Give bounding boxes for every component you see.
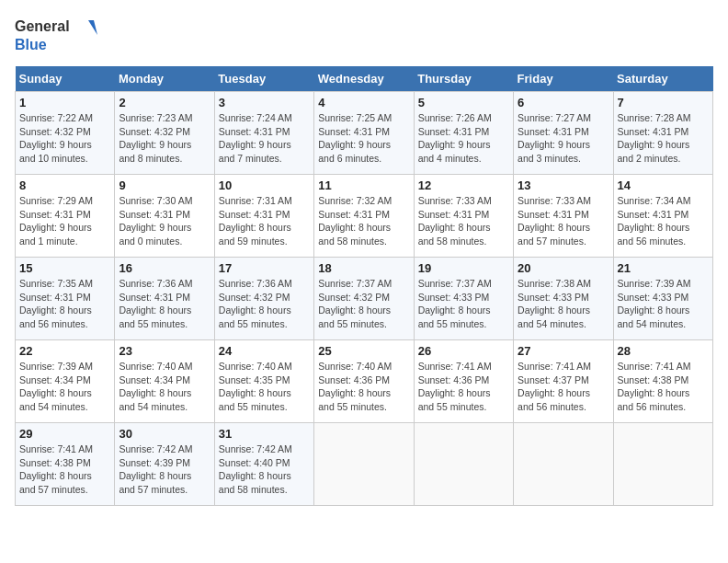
calendar-cell: 23Sunrise: 7:40 AMSunset: 4:34 PMDayligh… <box>115 340 214 423</box>
day-number: 28 <box>618 344 709 358</box>
header: General Blue <box>15 15 713 55</box>
day-number: 5 <box>418 96 509 109</box>
svg-marker-2 <box>88 20 97 35</box>
day-number: 19 <box>418 261 509 275</box>
day-number: 7 <box>618 96 709 109</box>
calendar-cell: 4Sunrise: 7:25 AMSunset: 4:31 PMDaylight… <box>314 92 414 175</box>
day-info: Sunrise: 7:24 AMSunset: 4:31 PMDaylight:… <box>219 111 310 166</box>
day-number: 11 <box>318 178 409 192</box>
day-info: Sunrise: 7:39 AMSunset: 4:33 PMDaylight:… <box>618 277 709 331</box>
calendar-cell: 1Sunrise: 7:22 AMSunset: 4:32 PMDaylight… <box>16 92 115 175</box>
day-number: 13 <box>518 178 609 192</box>
calendar-week-4: 22Sunrise: 7:39 AMSunset: 4:34 PMDayligh… <box>16 340 713 423</box>
logo: General Blue <box>15 15 97 55</box>
calendar-week-1: 1Sunrise: 7:22 AMSunset: 4:32 PMDaylight… <box>16 92 713 175</box>
calendar-cell: 31Sunrise: 7:42 AMSunset: 4:40 PMDayligh… <box>214 423 313 506</box>
calendar-cell: 19Sunrise: 7:37 AMSunset: 4:33 PMDayligh… <box>414 258 513 340</box>
day-info: Sunrise: 7:40 AMSunset: 4:35 PMDaylight:… <box>219 360 310 414</box>
calendar-header-wednesday: Wednesday <box>314 66 414 92</box>
calendar-cell: 26Sunrise: 7:41 AMSunset: 4:36 PMDayligh… <box>414 340 513 423</box>
calendar-week-5: 29Sunrise: 7:41 AMSunset: 4:38 PMDayligh… <box>16 423 713 506</box>
day-info: Sunrise: 7:36 AMSunset: 4:32 PMDaylight:… <box>219 277 310 331</box>
day-number: 8 <box>19 178 110 192</box>
svg-text:Blue: Blue <box>15 37 47 52</box>
day-number: 25 <box>318 344 409 358</box>
calendar-header-monday: Monday <box>115 66 214 92</box>
calendar-cell <box>514 423 613 506</box>
day-number: 6 <box>518 96 609 109</box>
day-number: 24 <box>219 344 310 358</box>
calendar-cell <box>314 423 414 506</box>
calendar-header-sunday: Sunday <box>16 66 115 92</box>
day-info: Sunrise: 7:36 AMSunset: 4:31 PMDaylight:… <box>119 277 210 331</box>
calendar-week-3: 15Sunrise: 7:35 AMSunset: 4:31 PMDayligh… <box>16 258 713 340</box>
day-info: Sunrise: 7:39 AMSunset: 4:34 PMDaylight:… <box>19 360 110 414</box>
calendar-cell: 29Sunrise: 7:41 AMSunset: 4:38 PMDayligh… <box>16 423 115 506</box>
day-number: 9 <box>119 178 210 192</box>
calendar-cell: 21Sunrise: 7:39 AMSunset: 4:33 PMDayligh… <box>613 258 712 340</box>
calendar-cell: 11Sunrise: 7:32 AMSunset: 4:31 PMDayligh… <box>314 175 414 258</box>
calendar-cell: 17Sunrise: 7:36 AMSunset: 4:32 PMDayligh… <box>214 258 313 340</box>
calendar-cell: 28Sunrise: 7:41 AMSunset: 4:38 PMDayligh… <box>613 340 712 423</box>
calendar-cell: 30Sunrise: 7:42 AMSunset: 4:39 PMDayligh… <box>115 423 214 506</box>
day-number: 26 <box>418 344 509 358</box>
day-info: Sunrise: 7:25 AMSunset: 4:31 PMDaylight:… <box>318 111 409 166</box>
day-info: Sunrise: 7:38 AMSunset: 4:33 PMDaylight:… <box>518 277 609 331</box>
day-info: Sunrise: 7:40 AMSunset: 4:36 PMDaylight:… <box>318 360 409 414</box>
calendar-cell: 25Sunrise: 7:40 AMSunset: 4:36 PMDayligh… <box>314 340 414 423</box>
day-info: Sunrise: 7:41 AMSunset: 4:36 PMDaylight:… <box>418 360 509 414</box>
calendar-cell <box>414 423 513 506</box>
day-number: 27 <box>518 344 609 358</box>
day-info: Sunrise: 7:42 AMSunset: 4:39 PMDaylight:… <box>119 442 210 497</box>
day-number: 23 <box>119 344 210 358</box>
day-number: 17 <box>219 261 310 275</box>
calendar-cell: 20Sunrise: 7:38 AMSunset: 4:33 PMDayligh… <box>514 258 613 340</box>
day-number: 3 <box>219 96 310 109</box>
calendar-cell: 7Sunrise: 7:28 AMSunset: 4:31 PMDaylight… <box>613 92 712 175</box>
day-info: Sunrise: 7:35 AMSunset: 4:31 PMDaylight:… <box>19 277 110 331</box>
day-info: Sunrise: 7:41 AMSunset: 4:38 PMDaylight:… <box>19 442 110 497</box>
day-number: 18 <box>318 261 409 275</box>
day-number: 4 <box>318 96 409 109</box>
day-info: Sunrise: 7:34 AMSunset: 4:31 PMDaylight:… <box>618 194 709 248</box>
day-number: 10 <box>219 178 310 192</box>
day-info: Sunrise: 7:23 AMSunset: 4:32 PMDaylight:… <box>119 111 210 166</box>
day-info: Sunrise: 7:22 AMSunset: 4:32 PMDaylight:… <box>19 111 110 166</box>
calendar-week-2: 8Sunrise: 7:29 AMSunset: 4:31 PMDaylight… <box>16 175 713 258</box>
day-info: Sunrise: 7:27 AMSunset: 4:31 PMDaylight:… <box>518 111 609 166</box>
day-info: Sunrise: 7:28 AMSunset: 4:31 PMDaylight:… <box>618 111 709 166</box>
day-number: 31 <box>219 427 310 441</box>
day-number: 29 <box>19 427 110 441</box>
day-number: 14 <box>618 178 709 192</box>
calendar-header-row: SundayMondayTuesdayWednesdayThursdayFrid… <box>16 66 713 92</box>
calendar-cell: 27Sunrise: 7:41 AMSunset: 4:37 PMDayligh… <box>514 340 613 423</box>
day-info: Sunrise: 7:29 AMSunset: 4:31 PMDaylight:… <box>19 194 110 248</box>
day-number: 2 <box>119 96 210 109</box>
calendar-cell: 18Sunrise: 7:37 AMSunset: 4:32 PMDayligh… <box>314 258 414 340</box>
day-info: Sunrise: 7:37 AMSunset: 4:32 PMDaylight:… <box>318 277 409 331</box>
day-info: Sunrise: 7:26 AMSunset: 4:31 PMDaylight:… <box>418 111 509 166</box>
calendar-cell: 8Sunrise: 7:29 AMSunset: 4:31 PMDaylight… <box>16 175 115 258</box>
calendar-cell: 12Sunrise: 7:33 AMSunset: 4:31 PMDayligh… <box>414 175 513 258</box>
day-number: 15 <box>19 261 110 275</box>
day-number: 30 <box>119 427 210 441</box>
day-info: Sunrise: 7:30 AMSunset: 4:31 PMDaylight:… <box>119 194 210 248</box>
calendar-cell: 24Sunrise: 7:40 AMSunset: 4:35 PMDayligh… <box>214 340 313 423</box>
day-info: Sunrise: 7:31 AMSunset: 4:31 PMDaylight:… <box>219 194 310 248</box>
calendar-cell: 6Sunrise: 7:27 AMSunset: 4:31 PMDaylight… <box>514 92 613 175</box>
day-number: 20 <box>518 261 609 275</box>
calendar-cell <box>613 423 712 506</box>
day-info: Sunrise: 7:41 AMSunset: 4:38 PMDaylight:… <box>618 360 709 414</box>
calendar-cell: 22Sunrise: 7:39 AMSunset: 4:34 PMDayligh… <box>16 340 115 423</box>
calendar-table: SundayMondayTuesdayWednesdayThursdayFrid… <box>15 66 713 506</box>
day-number: 16 <box>119 261 210 275</box>
day-info: Sunrise: 7:42 AMSunset: 4:40 PMDaylight:… <box>219 442 310 497</box>
calendar-header-thursday: Thursday <box>414 66 513 92</box>
svg-text:General: General <box>15 18 70 34</box>
calendar-header-saturday: Saturday <box>613 66 712 92</box>
calendar-cell: 5Sunrise: 7:26 AMSunset: 4:31 PMDaylight… <box>414 92 513 175</box>
day-info: Sunrise: 7:33 AMSunset: 4:31 PMDaylight:… <box>518 194 609 248</box>
day-info: Sunrise: 7:37 AMSunset: 4:33 PMDaylight:… <box>418 277 509 331</box>
day-info: Sunrise: 7:40 AMSunset: 4:34 PMDaylight:… <box>119 360 210 414</box>
calendar-cell: 2Sunrise: 7:23 AMSunset: 4:32 PMDaylight… <box>115 92 214 175</box>
